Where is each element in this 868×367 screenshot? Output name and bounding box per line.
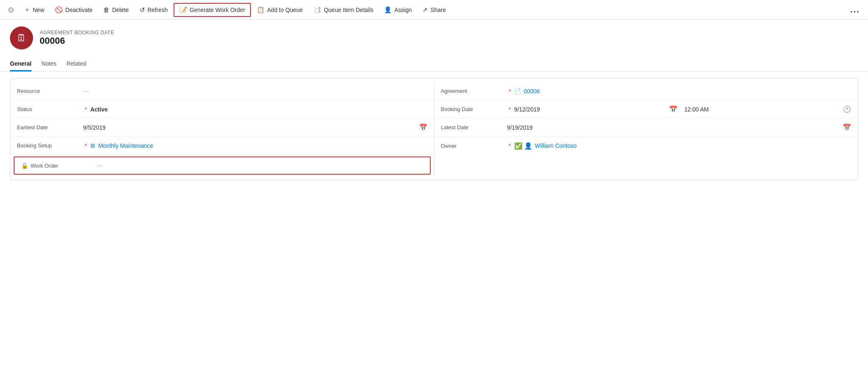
more-button[interactable]: ...: [845, 2, 865, 17]
share-icon: ↗: [422, 6, 428, 14]
form-col-right: Agreement * 📄 00006 Booking Date * 9/12/…: [434, 82, 858, 176]
field-earliest-date: Earliest Date 9/5/2019 📅: [10, 118, 434, 137]
field-owner: Owner * ✅ 👤 William Contoso: [434, 137, 858, 155]
form-columns: Resource --- Status * Active Earliest Da…: [10, 82, 858, 176]
resource-label: Resource: [17, 88, 83, 94]
form-section: Resource --- Status * Active Earliest Da…: [10, 78, 858, 180]
record-title-block: AGREEMENT BOOKING DATE 00006: [40, 30, 114, 46]
resource-value: ---: [83, 88, 427, 95]
owner-value[interactable]: William Contoso: [535, 142, 851, 149]
field-work-order: 🔒 Work Order ---: [14, 156, 431, 175]
status-required-star: *: [85, 106, 87, 113]
owner-person-icon: 👤: [524, 142, 532, 150]
refresh-label: Refresh: [148, 7, 168, 13]
earliest-date-label: Earliest Date: [17, 124, 83, 130]
booking-setup-label: Booking Setup: [17, 142, 83, 149]
assign-icon: 👤: [384, 6, 392, 14]
assign-label: Assign: [394, 7, 412, 13]
field-booking-setup: Booking Setup * ⚙ Monthly Maintenance: [10, 137, 434, 155]
deactivate-label: Deactivate: [65, 7, 93, 13]
latest-date-value: 9/19/2019: [507, 124, 843, 131]
record-entity-name: AGREEMENT BOOKING DATE: [40, 30, 114, 36]
deactivate-icon: 🚫: [55, 6, 63, 14]
back-icon: ⊙: [8, 5, 14, 14]
owner-label: Owner: [441, 143, 507, 149]
booking-date-time-value: 12:00 AM: [684, 106, 839, 113]
back-button[interactable]: ⊙: [3, 2, 18, 17]
booking-date-value: 9/12/2019: [514, 106, 670, 113]
latest-date-label: Latest Date: [441, 124, 507, 130]
booking-date-label: Booking Date: [441, 106, 507, 112]
deactivate-button[interactable]: 🚫 Deactivate: [50, 4, 98, 16]
share-label: Share: [430, 7, 446, 13]
share-button[interactable]: ↗ Share: [417, 4, 451, 16]
queue-item-details-icon: 📑: [313, 6, 321, 14]
generate-work-order-label: Generate Work Order: [190, 7, 245, 13]
add-to-queue-button[interactable]: 📋 Add to Queue: [252, 4, 308, 16]
status-label: Status: [17, 106, 83, 112]
assign-button[interactable]: 👤 Assign: [379, 4, 417, 16]
booking-setup-value[interactable]: Monthly Maintenance: [98, 142, 427, 149]
toolbar: ⊙ ＋ New 🚫 Deactivate 🗑 Delete ↺ Refresh …: [0, 0, 868, 20]
form-container: Resource --- Status * Active Earliest Da…: [0, 72, 868, 187]
agreement-value[interactable]: 00006: [524, 88, 851, 95]
tab-general[interactable]: General: [10, 56, 31, 71]
add-to-queue-icon: 📋: [257, 6, 265, 14]
booking-date-calendar-icon[interactable]: 📅: [669, 105, 677, 113]
work-order-value: ---: [97, 162, 423, 169]
field-resource: Resource ---: [10, 82, 434, 100]
new-label: New: [33, 7, 44, 13]
delete-icon: 🗑: [103, 6, 110, 13]
record-name: 00006: [40, 36, 114, 46]
booking-date-required-star: *: [509, 106, 511, 113]
avatar-icon: 🗓: [17, 32, 26, 44]
earliest-date-value: 9/5/2019: [83, 124, 419, 131]
delete-button[interactable]: 🗑 Delete: [98, 4, 134, 16]
new-icon: ＋: [24, 6, 30, 14]
field-latest-date: Latest Date 9/19/2019 📅: [434, 118, 858, 137]
booking-setup-required-star: *: [85, 142, 87, 149]
agreement-label: Agreement: [441, 88, 507, 94]
record-header: 🗓 AGREEMENT BOOKING DATE 00006: [0, 20, 868, 56]
field-agreement: Agreement * 📄 00006: [434, 82, 858, 100]
work-order-lock-icon: 🔒: [21, 162, 28, 169]
owner-check-icon: ✅: [514, 142, 522, 150]
new-button[interactable]: ＋ New: [19, 3, 49, 16]
booking-setup-icon: ⚙: [90, 142, 95, 149]
owner-status-icons: ✅ 👤: [514, 142, 532, 150]
tab-notes[interactable]: Notes: [41, 56, 57, 71]
field-status: Status * Active: [10, 100, 434, 118]
owner-required-star: *: [509, 142, 511, 149]
tab-related[interactable]: Related: [67, 56, 86, 71]
field-booking-date: Booking Date * 9/12/2019 📅 12:00 AM 🕐: [434, 100, 858, 118]
earliest-date-calendar-icon[interactable]: 📅: [419, 123, 427, 131]
refresh-icon: ↺: [140, 6, 145, 14]
add-to-queue-label: Add to Queue: [267, 7, 303, 13]
refresh-button[interactable]: ↺ Refresh: [135, 4, 173, 16]
delete-label: Delete: [112, 7, 129, 13]
status-value: Active: [90, 106, 427, 113]
form-col-left: Resource --- Status * Active Earliest Da…: [10, 82, 434, 176]
queue-item-details-label: Queue Item Details: [324, 7, 373, 13]
agreement-required-star: *: [509, 88, 511, 95]
latest-date-calendar-icon[interactable]: 📅: [843, 123, 851, 131]
agreement-doc-icon: 📄: [514, 88, 521, 95]
generate-work-order-button[interactable]: 📝 Generate Work Order: [174, 3, 251, 17]
avatar: 🗓: [10, 26, 33, 50]
more-label: ...: [850, 5, 860, 14]
work-order-label: Work Order: [31, 163, 97, 169]
generate-icon: 📝: [179, 6, 187, 14]
queue-item-details-button[interactable]: 📑 Queue Item Details: [308, 4, 378, 16]
tabs: General Notes Related: [0, 56, 868, 72]
booking-date-time-icon[interactable]: 🕐: [843, 105, 851, 113]
